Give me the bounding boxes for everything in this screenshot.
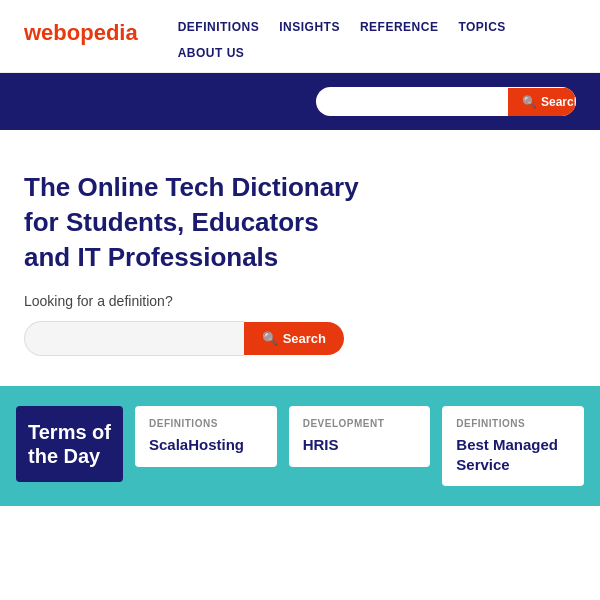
hero-search-wrap: 🔍 Search — [24, 321, 344, 356]
header-search-button[interactable]: 🔍 Search — [508, 88, 576, 116]
terms-card-line1: Terms of — [28, 421, 111, 443]
nav-item-insights[interactable]: INSIGHTS — [279, 16, 340, 38]
terms-of-day-card[interactable]: Terms of the Day — [16, 406, 123, 482]
hero-search-button-label: Search — [283, 331, 326, 346]
card2-title: HRIS — [303, 435, 417, 455]
search-icon: 🔍 — [262, 331, 278, 346]
logo-text-accent: pedia — [80, 20, 137, 45]
search-icon: 🔍 — [522, 95, 537, 109]
card-best-managed[interactable]: DEFINITIONS Best Managed Service — [442, 406, 584, 486]
header-search-button-label: Search — [541, 95, 576, 109]
header: webopedia DEFINITIONS INSIGHTS REFERENCE… — [0, 0, 600, 73]
header-search-bar: 🔍 Search — [0, 73, 600, 130]
nav-item-topics[interactable]: TOPICS — [458, 16, 505, 38]
terms-card-line2: the Day — [28, 445, 100, 467]
header-search-wrap: 🔍 Search — [316, 87, 576, 116]
card3-title: Best Managed Service — [456, 435, 570, 474]
hero-subtext: Looking for a definition? — [24, 293, 576, 309]
card2-category: DEVELOPMENT — [303, 418, 417, 429]
nav-item-reference[interactable]: REFERENCE — [360, 16, 439, 38]
card1-category: DEFINITIONS — [149, 418, 263, 429]
main-nav: DEFINITIONS INSIGHTS REFERENCE TOPICS AB… — [178, 16, 576, 64]
card-hris[interactable]: DEVELOPMENT HRIS — [289, 406, 431, 467]
hero-search-input[interactable] — [24, 321, 244, 356]
card3-category: DEFINITIONS — [456, 418, 570, 429]
card1-title: ScalaHosting — [149, 435, 263, 455]
header-search-input[interactable] — [316, 87, 508, 116]
cards-section: Terms of the Day DEFINITIONS ScalaHostin… — [0, 386, 600, 506]
logo[interactable]: webopedia — [24, 20, 138, 46]
nav-item-about-us[interactable]: ABOUT US — [178, 42, 245, 64]
hero-heading: The Online Tech Dictionary for Students,… — [24, 170, 364, 275]
card-scalhosting[interactable]: DEFINITIONS ScalaHosting — [135, 406, 277, 467]
hero-search-button[interactable]: 🔍 Search — [244, 322, 344, 355]
nav-item-definitions[interactable]: DEFINITIONS — [178, 16, 260, 38]
hero-section: The Online Tech Dictionary for Students,… — [0, 130, 600, 386]
logo-text-start: webo — [24, 20, 80, 45]
